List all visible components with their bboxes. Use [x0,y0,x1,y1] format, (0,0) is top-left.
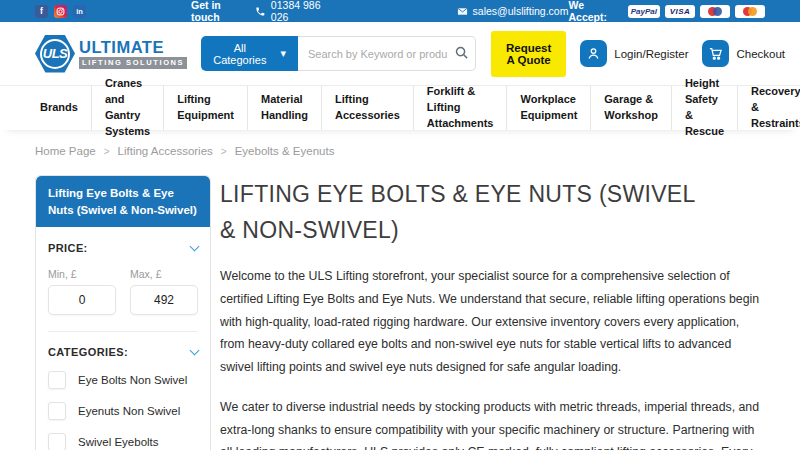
intro-paragraph-1: Welcome to the ULS Lifting storefront, y… [220,265,765,379]
content-area: Lifting Eye Bolts & Eye Nuts (Swivel & N… [0,167,800,450]
category-filter-eyebolts-non-swivel[interactable]: Eye Bolts Non Swivel [48,371,198,389]
linkedin-icon[interactable]: in [73,5,86,18]
breadcrumb-lifting-accessories[interactable]: Lifting Accessories [118,145,213,157]
facebook-icon[interactable]: f [35,5,48,18]
categories-filter-toggle[interactable]: CATEGORIES: [48,346,198,358]
breadcrumb-home[interactable]: Home Page [35,145,96,157]
login-register-button[interactable]: Login/Register [580,40,688,67]
visa-icon: VISA [665,5,695,18]
cart-icon [702,40,729,67]
sidebar-category-title: Lifting Eye Bolts & Eye Nuts (Swivel & N… [36,176,210,227]
all-categories-dropdown[interactable]: All Categories ▾ [201,36,298,71]
we-accept-label: We Accept: [568,0,620,23]
checkout-button[interactable]: Checkout [702,40,785,67]
divider [48,331,198,332]
min-price-input[interactable] [48,285,116,315]
max-price-label: Max, £ [130,268,198,280]
contact-phone[interactable]: Get in touch 01384 986 026 [191,0,339,23]
nav-item-recovery-restraints[interactable]: Recovery & Restraints [738,86,800,130]
nav-item-cranes-gantry[interactable]: Cranes and Gantry Systems [92,86,164,130]
nav-item-lifting-equipment[interactable]: Lifting Equipment [164,86,248,130]
email-icon [457,6,468,17]
nav-item-workplace-equipment[interactable]: Workplace Equipment [507,86,591,130]
nav-item-lifting-accessories[interactable]: Lifting Accessories [322,86,414,130]
site-logo[interactable]: ULS ULTIMATE LIFTING SOLUTIONS [35,35,187,73]
logo-name: ULTIMATE [79,39,187,56]
nav-item-brands[interactable]: Brands [27,86,92,130]
phone-number: 01384 986 026 [271,0,339,23]
intro-paragraph-2: We cater to diverse industrial needs by … [220,396,765,450]
email-address: sales@ulslifting.com [473,5,569,17]
nav-item-forklift-attachments[interactable]: Forklift & Lifting Attachments [414,86,508,130]
filter-sidebar: Lifting Eye Bolts & Eye Nuts (Swivel & N… [35,175,211,450]
categories-label: CATEGORIES: [48,346,128,358]
request-quote-button[interactable]: Request A Quote [491,31,566,77]
get-in-touch-label: Get in touch [191,0,250,23]
breadcrumb-current: Eyebolts & Eyenuts [235,145,335,157]
checkbox[interactable] [48,371,66,389]
logo-monogram: ULS [43,46,68,61]
chevron-down-icon: ▾ [280,47,286,60]
max-price-input[interactable] [130,285,198,315]
nav-item-height-safety[interactable]: Height Safety & Rescue [672,86,738,130]
contact-email[interactable]: sales@ulslifting.com [457,5,569,17]
chevron-down-icon [190,345,200,355]
search-button[interactable] [454,45,469,63]
breadcrumb-separator: > [104,146,110,157]
main-panel: LIFTING EYE BOLTS & EYE NUTS (SWIVEL & N… [220,175,765,450]
search-icon [454,45,469,60]
mastercard-icon [700,5,730,18]
page-title: LIFTING EYE BOLTS & EYE NUTS (SWIVEL & N… [220,177,700,248]
checkbox[interactable] [48,402,66,420]
min-price-label: Min, £ [48,268,116,280]
nav-item-material-handling[interactable]: Material Handling [248,86,322,130]
chevron-down-icon [190,241,200,251]
logo-hexagon: ULS [35,35,75,73]
price-filter-toggle[interactable]: PRICE: [48,242,198,254]
category-filter-eyenuts-non-swivel[interactable]: Eyenuts Non Swivel [48,402,198,420]
phone-icon [255,6,266,17]
checkbox[interactable] [48,433,66,450]
payment-methods: We Accept: PayPal VISA [568,0,765,23]
breadcrumb-separator: > [221,146,227,157]
social-links: f in [35,5,86,18]
category-filter-swivel-eyebolts[interactable]: Swivel Eyebolts [48,433,198,450]
user-icon [580,40,607,67]
price-label: PRICE: [48,242,88,254]
main-navigation: Brands Cranes and Gantry Systems Lifting… [0,85,800,130]
search-input[interactable] [298,36,476,71]
instagram-icon[interactable] [54,5,67,18]
search-bar: All Categories ▾ [201,36,476,71]
maestro-icon [735,5,765,18]
top-bar: f in Get in touch 01384 986 026 sales@ul… [0,0,800,22]
logo-tagline: LIFTING SOLUTIONS [79,57,187,69]
nav-item-garage-workshop[interactable]: Garage & Workshop [591,86,672,130]
paypal-icon: PayPal [628,5,660,18]
